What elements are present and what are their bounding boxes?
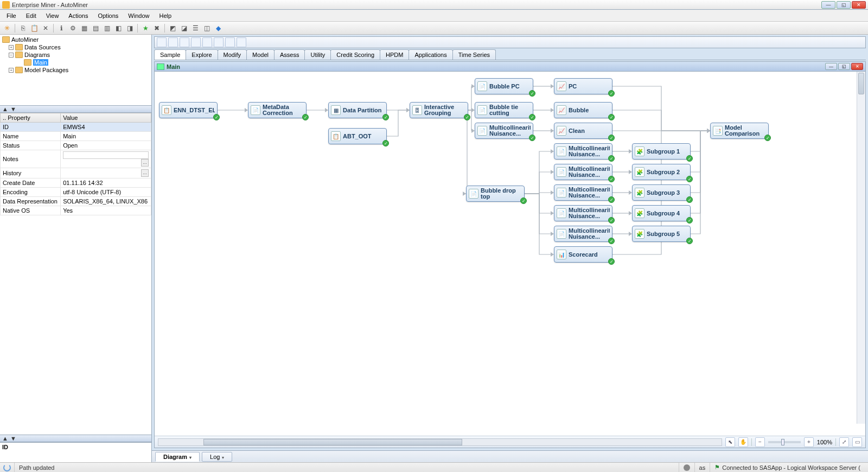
zoom-out-icon[interactable]: − (755, 437, 765, 447)
tab-diagram[interactable]: Diagram▾ (155, 452, 200, 462)
tab-hpdm[interactable]: HPDM (380, 49, 409, 60)
tree-expander-icon[interactable]: + (9, 68, 14, 73)
tree-item[interactable]: Main (1, 59, 150, 66)
flow-node[interactable]: 📄Multicollinearity Nuisance...✓ (554, 164, 612, 180)
panel-splitter[interactable]: ▲ ▼ (0, 435, 151, 442)
flow-node[interactable]: 📊Scorecard✓ (554, 246, 612, 263)
menu-file[interactable]: File (2, 11, 21, 20)
property-value[interactable]: Yes (61, 206, 151, 215)
flow-node[interactable]: ▦Data Partition✓ (328, 102, 387, 118)
flow-node[interactable]: 📈PC✓ (554, 78, 612, 94)
tool-icon[interactable]: ◪ (179, 23, 189, 33)
flow-node[interactable]: 🧩Subgroup 2✓ (632, 164, 691, 180)
flow-node[interactable]: 📋ABT_OOT✓ (328, 128, 387, 144)
tab-utility[interactable]: Utility (304, 49, 331, 60)
tool-icon[interactable]: ◧ (113, 23, 123, 33)
zoom-slider[interactable] (768, 441, 801, 443)
flow-node[interactable]: 📄Bubble tie cutting✓ (475, 102, 533, 118)
property-row[interactable]: StatusOpen (1, 141, 151, 150)
flow-node[interactable]: 📄Multicollinearity Nuisance...✓ (554, 184, 612, 201)
pointer-tool-icon[interactable]: ⬉ (725, 437, 735, 447)
horizontal-scrollbar[interactable] (158, 438, 722, 446)
menu-view[interactable]: View (42, 11, 63, 20)
collapse-down-icon[interactable]: ▼ (10, 106, 16, 112)
fit-icon[interactable]: ⤢ (839, 437, 849, 447)
flow-node[interactable]: 📈Bubble✓ (554, 102, 612, 118)
flow-node[interactable]: 🧩Subgroup 4✓ (632, 205, 691, 221)
tool-icon[interactable]: ◩ (168, 23, 177, 33)
tree-expander-icon[interactable]: − (9, 53, 14, 58)
tree-item[interactable]: +Data Sources (1, 43, 150, 51)
property-header-name[interactable]: .. Property (1, 113, 61, 123)
flow-node[interactable]: 🎛Interactive Grouping✓ (410, 102, 468, 118)
property-row[interactable]: Data RepresentationSOLARIS_X86_64, LINUX… (1, 197, 151, 206)
help-icon[interactable]: ◆ (213, 23, 223, 33)
property-row[interactable]: Notes… (1, 150, 151, 168)
property-value[interactable]: Open (61, 141, 151, 150)
project-tree[interactable]: AutoMiner+Data Sources−DiagramsMain+Mode… (0, 35, 151, 105)
window-restore-button[interactable]: ◱ (837, 1, 851, 9)
diagram-close-button[interactable]: ✕ (851, 63, 863, 70)
palette-icon[interactable] (191, 37, 201, 47)
collapse-down-icon[interactable]: ▼ (10, 435, 16, 442)
property-row[interactable]: Native OSYes (1, 206, 151, 215)
collapse-up-icon[interactable]: ▲ (2, 106, 8, 112)
paste-icon[interactable]: 📋 (29, 23, 39, 33)
flow-node[interactable]: 📄MetaData Correction✓ (248, 102, 307, 118)
property-value[interactable]: 01.11.16 14:32 (61, 178, 151, 188)
property-header-value[interactable]: Value (61, 113, 151, 123)
flow-node[interactable]: 🧩Subgroup 1✓ (632, 143, 691, 160)
ellipsis-button[interactable]: … (141, 169, 149, 177)
overview-icon[interactable]: ▭ (852, 437, 862, 447)
flow-node[interactable]: 📄Bubble drop top✓ (466, 186, 525, 202)
tab-modify[interactable]: Modify (218, 49, 247, 60)
flow-node[interactable]: 📄Multicollinearity Nuisance...✓ (554, 205, 612, 221)
tree-item[interactable]: +Model Packages (1, 66, 150, 74)
run-icon[interactable]: ★ (141, 23, 150, 33)
delete-icon[interactable]: ✕ (41, 23, 50, 33)
tab-sample[interactable]: Sample (154, 49, 186, 60)
diagram-canvas[interactable]: 📋ENN_DTST_ELI_SEG✓📄MetaData Correction✓▦… (155, 72, 865, 436)
tool-icon[interactable]: ☰ (190, 23, 200, 33)
dropdown-icon[interactable]: ▾ (222, 455, 224, 460)
palette-icon[interactable] (214, 37, 224, 47)
tool-icon[interactable]: ◨ (125, 23, 135, 33)
vertical-scrollbar[interactable] (857, 72, 865, 424)
flow-node[interactable]: 📄Bubble PC✓ (475, 78, 533, 94)
menu-edit[interactable]: Edit (22, 11, 41, 20)
menu-window[interactable]: Window (124, 11, 154, 20)
zoom-in-icon[interactable]: + (804, 437, 814, 447)
window-minimize-button[interactable]: — (821, 1, 835, 9)
flow-node[interactable]: 🧩Subgroup 5✓ (632, 226, 691, 242)
property-value[interactable]: EMWS4 (61, 123, 151, 132)
diagram-restore-button[interactable]: ◱ (838, 63, 850, 70)
property-row[interactable]: IDEMWS4 (1, 123, 151, 132)
property-value[interactable]: Main (61, 132, 151, 141)
diagram-minimize-button[interactable]: — (825, 63, 837, 70)
property-row[interactable]: NameMain (1, 132, 151, 141)
tool-icon[interactable]: ▥ (102, 23, 112, 33)
property-grid[interactable]: .. Property Value IDEMWS4NameMainStatusO… (0, 113, 151, 435)
new-icon[interactable]: ✳ (2, 23, 12, 33)
stop-icon[interactable]: ✖ (152, 23, 162, 33)
menu-help[interactable]: Help (155, 11, 176, 20)
flow-node[interactable]: 📈Clean✓ (554, 123, 612, 139)
tab-time-series[interactable]: Time Series (452, 49, 496, 60)
palette-icon[interactable] (168, 37, 178, 47)
tab-assess[interactable]: Assess (274, 49, 305, 60)
property-value[interactable]: … (61, 150, 151, 168)
tab-explore[interactable]: Explore (186, 49, 218, 60)
copy-icon[interactable]: ⎘ (18, 23, 28, 33)
property-row[interactable]: Encodingutf-8 Unicode (UTF-8) (1, 188, 151, 197)
flow-node[interactable]: 📄Multicollinearity Nuisance...✓ (554, 226, 612, 242)
tool-icon[interactable]: ⚙ (68, 23, 78, 33)
flow-node[interactable]: 📑Model Comparison✓ (710, 123, 769, 139)
palette-icon[interactable] (225, 37, 235, 47)
tool-icon[interactable]: ℹ (56, 23, 66, 33)
flow-node[interactable]: 📄Multicollinearity Nuisance...✓ (475, 123, 533, 139)
flow-node[interactable]: 📄Multicollinearity Nuisance...✓ (554, 143, 612, 160)
menu-actions[interactable]: Actions (64, 11, 92, 20)
collapse-up-icon[interactable]: ▲ (2, 435, 8, 442)
ellipsis-button[interactable]: … (141, 159, 149, 167)
window-close-button[interactable]: ✕ (852, 1, 866, 9)
